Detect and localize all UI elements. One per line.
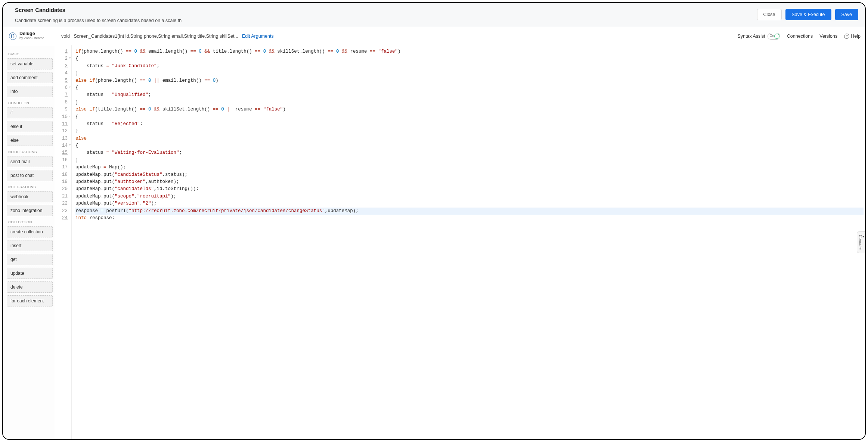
app-window: Screen Candidates Candidate screening is… [2, 2, 866, 440]
header-buttons: Close Save & Execute Save [757, 9, 858, 20]
versions-link[interactable]: Versions [819, 34, 837, 39]
palette-item[interactable]: add comment [7, 72, 53, 83]
code-line[interactable]: } [75, 128, 864, 135]
palette-item[interactable]: else [7, 135, 53, 146]
code-line[interactable]: response = postUrl("http://recruit.zoho.… [75, 208, 864, 215]
palette-item[interactable]: send mail [7, 156, 53, 167]
help-link[interactable]: ? Help [844, 34, 861, 39]
brand-subtitle: by Zoho Creator [19, 36, 44, 41]
code-line[interactable]: } [75, 99, 864, 106]
gutter-line: 12 [57, 128, 68, 135]
function-bar: {} Deluge by Zoho Creator void Screen_Ca… [3, 27, 865, 45]
gutter-line: 3 [57, 63, 68, 70]
code-line[interactable]: updateMap.put("scope","recruitapi"); [75, 193, 864, 200]
syntax-assist-toggle[interactable]: Syntax Assist On [737, 33, 780, 40]
gutter-line: 19 [57, 178, 68, 186]
palette-group-title: COLLECTION [8, 220, 53, 224]
close-button[interactable]: Close [757, 9, 782, 20]
gutter-line: 6▾ [57, 84, 68, 91]
palette-item[interactable]: create collection [7, 226, 53, 237]
toolbar-right: Syntax Assist On Connections Versions ? … [737, 33, 861, 40]
palette-item[interactable]: get [7, 254, 53, 265]
save-button[interactable]: Save [835, 9, 859, 20]
help-icon: ? [844, 34, 849, 39]
palette-group-title: BASIC [8, 52, 53, 56]
code-line[interactable]: if(phone.length() == 0 && email.length()… [75, 48, 864, 55]
palette-item[interactable]: post to chat [7, 170, 53, 181]
gutter-line: 15 [57, 149, 68, 156]
code-line[interactable]: { [75, 84, 864, 91]
edit-arguments-link[interactable]: Edit Arguments [242, 34, 274, 39]
palette-group-title: NOTIFICATIONS [8, 150, 53, 154]
code-line[interactable]: info response; [75, 215, 864, 222]
gutter-line: 18 [57, 171, 68, 178]
code-line[interactable]: updateMap = Map(); [75, 164, 864, 171]
palette-item[interactable]: webhook [7, 191, 53, 202]
palette-item[interactable]: else if [7, 121, 53, 132]
body: BASICset variableadd commentinfoCONDITIO… [3, 45, 865, 439]
code-line[interactable]: status = "Junk Candidate"; [75, 63, 864, 70]
code-line[interactable]: else [75, 135, 864, 142]
function-signature: void Screen_Candidates1(Int id,String ph… [61, 34, 238, 39]
gutter: 12▾3456▾78910▾11121314▾15161718192021222… [55, 45, 72, 439]
gutter-line: 1 [57, 48, 68, 55]
gutter-line: 13 [57, 135, 68, 142]
code-line[interactable]: status = "Rejected"; [75, 121, 864, 128]
palette-item[interactable]: info [7, 86, 53, 97]
palette-item[interactable]: delete [7, 281, 53, 293]
gutter-line: 22 [57, 200, 68, 207]
sidebar-palette[interactable]: BASICset variableadd commentinfoCONDITIO… [3, 45, 55, 439]
gutter-line: 20 [57, 186, 68, 193]
gutter-line: 24 [57, 215, 68, 222]
code-line[interactable]: else if(title.length() == 0 && skillSet.… [75, 106, 864, 113]
code-line[interactable]: updateMap.put("authtoken",authtoken); [75, 178, 864, 186]
palette-group-title: CONDITION [8, 101, 53, 105]
toggle-switch[interactable]: On [768, 33, 780, 40]
gutter-line: 17 [57, 164, 68, 171]
palette-item[interactable]: insert [7, 240, 53, 251]
gutter-line: 7 [57, 91, 68, 99]
palette-item[interactable]: update [7, 268, 53, 279]
toggle-knob [774, 34, 779, 39]
header: Screen Candidates Candidate screening is… [3, 3, 865, 27]
save-execute-button[interactable]: Save & Execute [785, 9, 831, 20]
code-area[interactable]: if(phone.length() == 0 && email.length()… [72, 45, 865, 439]
code-line[interactable]: } [75, 157, 864, 164]
palette-item[interactable]: zoho integration [7, 205, 53, 216]
gutter-line: 10▾ [57, 113, 68, 121]
gutter-line: 4 [57, 70, 68, 77]
code-editor[interactable]: 12▾3456▾78910▾11121314▾15161718192021222… [55, 45, 865, 439]
code-line[interactable]: updateMap.put("candidateIds",id.toString… [75, 186, 864, 193]
code-line[interactable]: status = "Unqualified"; [75, 91, 864, 99]
page-subtitle: Candidate screening is a process used to… [15, 18, 182, 23]
palette-item[interactable]: for each element [7, 295, 53, 306]
fold-icon[interactable]: ▾ [69, 114, 71, 119]
gutter-line: 21 [57, 193, 68, 200]
fold-icon[interactable]: ▾ [69, 143, 71, 148]
fold-icon[interactable]: ▾ [69, 85, 71, 90]
gutter-line: 2▾ [57, 55, 68, 62]
code-line[interactable]: updateMap.put("version","2"); [75, 200, 864, 207]
console-tab[interactable]: ◂ Console [857, 231, 865, 253]
brand: {} Deluge by Zoho Creator [9, 31, 54, 41]
gutter-line: 11 [57, 121, 68, 128]
connections-link[interactable]: Connections [787, 34, 813, 39]
gutter-line: 23 [57, 208, 68, 215]
chevron-left-icon: ◂ [862, 234, 864, 238]
code-line[interactable]: updateMap.put("candidateStatus",status); [75, 171, 864, 178]
deluge-icon: {} [9, 32, 16, 40]
code-line[interactable]: { [75, 113, 864, 121]
code-line[interactable]: { [75, 55, 864, 62]
fold-icon[interactable]: ▾ [69, 56, 71, 61]
gutter-line: 8 [57, 99, 68, 106]
code-line[interactable]: { [75, 142, 864, 149]
code-line[interactable]: } [75, 70, 864, 77]
gutter-line: 5 [57, 77, 68, 84]
code-line[interactable]: else if(phone.length() == 0 || email.len… [75, 77, 864, 84]
palette-item[interactable]: if [7, 107, 53, 118]
gutter-line: 16 [57, 157, 68, 164]
code-line[interactable]: status = "Waiting-for-Evaluation"; [75, 149, 864, 156]
page-title: Screen Candidates [15, 7, 182, 13]
palette-item[interactable]: set variable [7, 58, 53, 69]
brand-name: Deluge [19, 31, 44, 36]
